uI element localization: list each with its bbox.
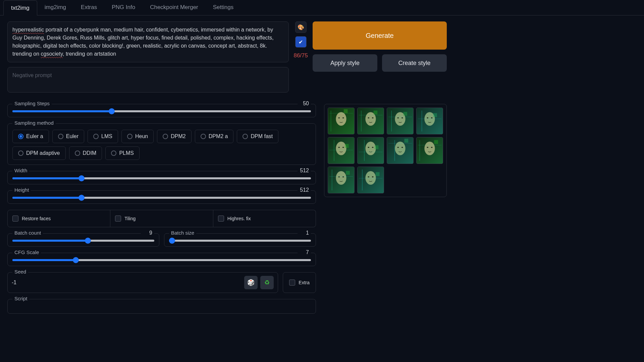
main-tabs: txt2imgimg2imgExtrasPNG InfoCheckpoint M… <box>0 0 644 15</box>
tab-txt2img[interactable]: txt2img <box>3 0 37 15</box>
check-button[interactable]: ✔ <box>295 36 307 48</box>
restore-faces-checkbox[interactable] <box>12 216 18 222</box>
radio-icon <box>163 134 168 139</box>
seed-extra-checkbox[interactable] <box>289 280 295 286</box>
restore-faces-option[interactable]: Restore faces <box>7 210 110 227</box>
width-label: Width <box>12 168 29 173</box>
svg-point-38 <box>372 147 374 148</box>
svg-rect-41 <box>375 145 379 149</box>
highres-fix-checkbox[interactable] <box>218 216 224 222</box>
svg-point-9 <box>368 117 369 118</box>
batch-count-slider[interactable] <box>12 240 154 242</box>
gallery-thumb[interactable] <box>357 167 384 193</box>
sampling-steps-slider[interactable] <box>12 110 311 112</box>
gallery-thumb[interactable] <box>387 137 414 164</box>
svg-rect-12 <box>359 115 382 115</box>
apply-style-button[interactable]: Apply style <box>313 54 377 72</box>
svg-rect-25 <box>422 111 422 131</box>
svg-point-1 <box>336 112 346 126</box>
batch-size-group: Batch size 1 <box>164 233 316 247</box>
radio-icon <box>18 134 23 139</box>
create-style-button[interactable]: Create style <box>382 54 447 72</box>
highres-fix-option[interactable]: Highres. fix <box>213 210 316 227</box>
cfg-scale-value: 7 <box>298 249 311 255</box>
sampler-dpm-fast[interactable]: DPM fast <box>237 130 278 143</box>
sampler-lms[interactable]: LMS <box>88 130 118 143</box>
height-slider[interactable] <box>12 197 311 199</box>
options-row: Restore faces Tiling Highres. fix <box>7 210 316 227</box>
batch-count-group: Batch count 9 <box>7 233 159 247</box>
height-value: 512 <box>298 187 311 193</box>
gallery-thumb[interactable] <box>328 137 355 164</box>
gallery-thumb[interactable] <box>357 137 384 164</box>
sampling-steps-value: 50 <box>298 101 311 107</box>
svg-rect-5 <box>329 113 353 114</box>
radio-icon <box>201 134 206 139</box>
prompt-input[interactable]: hyperrealistic portrait of a cyberpunk m… <box>7 21 289 62</box>
width-value: 512 <box>298 168 311 174</box>
svg-point-30 <box>338 147 340 148</box>
gallery-thumb[interactable] <box>416 137 443 164</box>
gallery-thumb[interactable] <box>357 108 384 134</box>
sampling-method-group: Sampling method Euler aEulerLMSHeunDPM2D… <box>7 123 316 165</box>
svg-rect-54 <box>418 145 441 145</box>
batch-size-slider[interactable] <box>169 240 311 242</box>
svg-rect-11 <box>361 111 362 131</box>
tab-settings[interactable]: Settings <box>206 0 241 15</box>
tab-checkpoint-merger[interactable]: Checkpoint Merger <box>143 0 206 15</box>
seed-random-button[interactable]: 🎲 <box>244 276 258 289</box>
cfg-scale-group: CFG Scale 7 <box>7 253 316 266</box>
svg-rect-32 <box>334 140 334 161</box>
sampler-dpm2-a[interactable]: DPM2 a <box>195 130 234 143</box>
palette-button[interactable]: 🎨 <box>295 21 307 33</box>
sampler-dpm2[interactable]: DPM2 <box>157 130 191 143</box>
seed-recycle-button[interactable]: ♻ <box>260 276 274 289</box>
sampler-plms[interactable]: PLMS <box>105 146 140 160</box>
cfg-scale-slider[interactable] <box>12 259 311 261</box>
svg-point-50 <box>424 141 435 155</box>
script-label: Script <box>12 296 29 301</box>
svg-rect-39 <box>364 140 365 161</box>
radio-icon <box>243 134 248 139</box>
svg-point-65 <box>368 176 369 177</box>
svg-point-57 <box>336 171 346 185</box>
output-gallery <box>324 104 447 197</box>
gallery-thumb[interactable] <box>328 108 355 134</box>
gallery-thumb[interactable] <box>387 108 414 134</box>
sampler-euler[interactable]: Euler <box>52 130 84 143</box>
highres-fix-label: Highres. fix <box>227 216 251 221</box>
tab-img2img[interactable]: img2img <box>37 0 73 15</box>
sampler-heun[interactable]: Heun <box>121 130 154 143</box>
tab-png-info[interactable]: PNG Info <box>104 0 143 15</box>
seed-extra-label: Extra <box>299 280 310 285</box>
width-slider[interactable] <box>12 177 311 179</box>
batch-count-label: Batch count <box>12 230 43 236</box>
seed-extra-option[interactable]: Extra <box>283 272 316 293</box>
tab-extras[interactable]: Extras <box>73 0 104 15</box>
token-counter: 86/75 <box>293 52 308 59</box>
gallery-thumb[interactable] <box>416 108 443 134</box>
tiling-option[interactable]: Tiling <box>110 210 213 227</box>
radio-icon <box>93 134 99 139</box>
gallery-thumb[interactable] <box>328 167 355 193</box>
svg-rect-26 <box>418 119 441 119</box>
svg-point-10 <box>372 117 374 118</box>
svg-point-2 <box>338 117 340 118</box>
tiling-checkbox[interactable] <box>115 216 121 222</box>
seed-group: Seed 🎲 ♻ <box>7 272 278 293</box>
sampler-euler-a[interactable]: Euler a <box>12 130 49 143</box>
svg-point-31 <box>342 147 344 148</box>
cfg-scale-label: CFG Scale <box>12 249 41 255</box>
svg-point-16 <box>397 117 399 118</box>
svg-rect-20 <box>403 112 407 116</box>
generate-button[interactable]: Generate <box>313 21 447 50</box>
seed-input[interactable] <box>12 280 241 286</box>
svg-rect-53 <box>420 140 420 161</box>
script-group: Script <box>7 299 316 314</box>
svg-rect-27 <box>433 113 437 117</box>
sampler-ddim[interactable]: DDIM <box>69 146 102 160</box>
seed-label: Seed <box>12 269 28 275</box>
sampler-dpm-adaptive[interactable]: DPM adaptive <box>12 146 66 160</box>
svg-point-37 <box>368 147 369 148</box>
negative-prompt-input[interactable] <box>7 67 289 93</box>
